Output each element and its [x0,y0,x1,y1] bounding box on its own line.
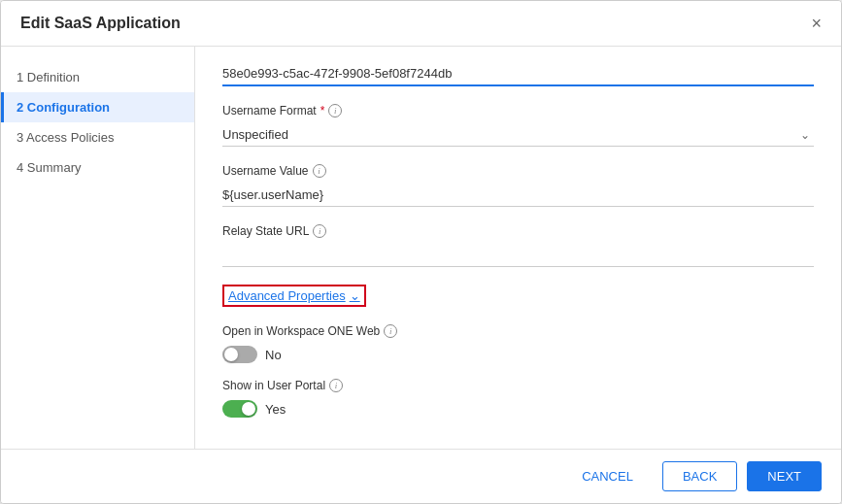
id-input[interactable] [222,62,814,86]
modal-body: 1 Definition 2 Configuration 3 Access Po… [1,47,841,449]
username-value-info-icon[interactable]: i [313,164,326,178]
open-in-workspace-info-icon[interactable]: i [384,324,397,338]
advanced-properties-chevron-icon: ⌄ [350,288,360,303]
next-button[interactable]: NEXT [747,461,822,491]
open-in-workspace-value: No [265,348,282,362]
id-form-group [222,62,814,86]
show-in-user-portal-info-icon[interactable]: i [329,379,343,392]
modal-footer: CANCEL BACK NEXT [1,449,841,503]
relay-state-url-input[interactable] [222,244,814,267]
modal-header: Edit SaaS Application × [1,1,841,47]
relay-state-url-label: Relay State URL i [222,224,814,238]
required-indicator: * [320,104,325,118]
username-value-input[interactable] [222,184,814,207]
sidebar-item-access-policies[interactable]: 3 Access Policies [1,122,194,152]
sidebar-item-definition[interactable]: 1 Definition [1,62,194,92]
sidebar: 1 Definition 2 Configuration 3 Access Po… [1,47,195,449]
show-in-user-portal-label: Show in User Portal i [222,379,814,392]
open-in-workspace-toggle-control: No [222,346,814,363]
open-in-workspace-label: Open in Workspace ONE Web i [222,324,814,338]
cancel-button[interactable]: CANCEL [562,462,653,490]
show-in-user-portal-group: Show in User Portal i Yes [222,379,814,418]
username-format-select[interactable]: Unspecified Email UPN Custom [222,123,814,147]
advanced-properties-toggle[interactable]: Advanced Properties ⌄ [222,285,366,307]
open-in-workspace-group: Open in Workspace ONE Web i No [222,324,814,363]
close-icon[interactable]: × [811,15,822,32]
username-format-info-icon[interactable]: i [328,104,342,118]
relay-state-url-group: Relay State URL i [222,224,814,267]
show-in-user-portal-toggle[interactable] [222,400,257,418]
sidebar-item-configuration[interactable]: 2 Configuration [1,92,194,122]
advanced-properties-group: Advanced Properties ⌄ [222,285,814,307]
username-value-label: Username Value i [222,164,814,178]
username-format-select-wrapper: Unspecified Email UPN Custom ⌄ [222,123,814,147]
open-in-workspace-toggle[interactable] [222,346,257,363]
username-format-group: Username Format * i Unspecified Email UP… [222,104,814,147]
sidebar-item-summary[interactable]: 4 Summary [1,152,194,183]
modal-title: Edit SaaS Application [20,15,181,32]
back-button[interactable]: BACK [662,461,737,491]
modal: Edit SaaS Application × 1 Definition 2 C… [0,0,842,504]
show-in-user-portal-toggle-control: Yes [222,400,814,418]
show-in-user-portal-value: Yes [265,402,286,417]
content-area: Username Format * i Unspecified Email UP… [195,47,841,449]
username-value-group: Username Value i [222,164,814,207]
username-format-label: Username Format * i [222,104,814,118]
relay-state-info-icon[interactable]: i [313,224,326,238]
